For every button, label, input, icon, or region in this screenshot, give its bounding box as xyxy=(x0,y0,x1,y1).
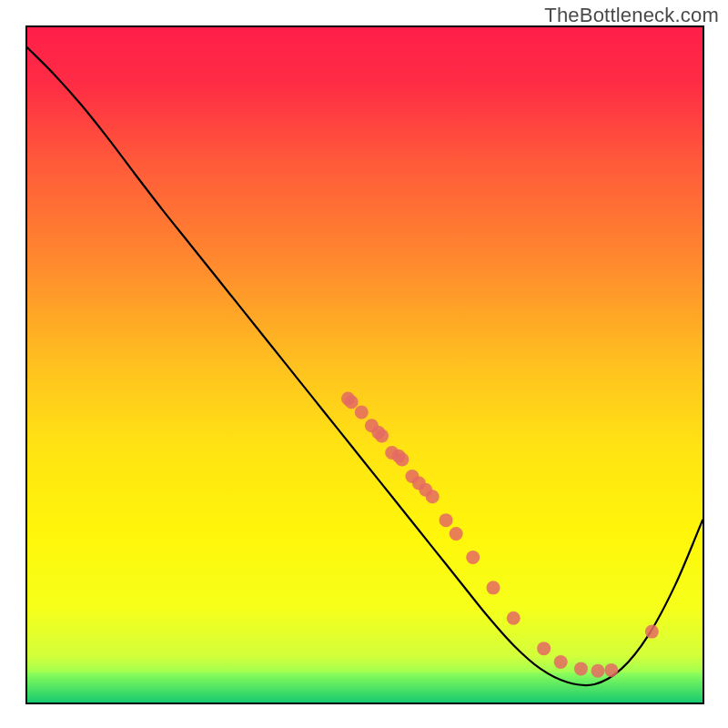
svg-rect-2 xyxy=(26,26,703,703)
chart-stage: TheBottleneck.com xyxy=(0,0,728,728)
plot-border xyxy=(25,25,704,704)
watermark-text: TheBottleneck.com xyxy=(544,4,719,27)
